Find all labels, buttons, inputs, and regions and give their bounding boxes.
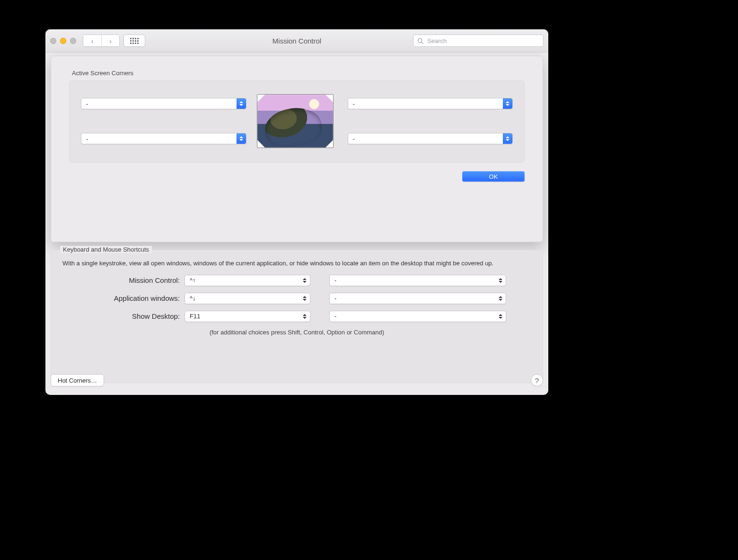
ok-button[interactable]: OK xyxy=(462,171,525,182)
grid-icon xyxy=(130,38,139,44)
forward-button[interactable]: › xyxy=(101,35,119,46)
shortcut-row: Application windows: ^↓ - xyxy=(62,293,531,304)
corner-bottom-right-select[interactable]: - xyxy=(348,133,513,144)
popup-arrows-icon xyxy=(237,133,246,144)
chevron-left-icon: ‹ xyxy=(91,37,94,45)
application-windows-keyboard-select[interactable]: ^↓ xyxy=(184,293,310,304)
shortcuts-box: With a single keystroke, view all open w… xyxy=(51,250,543,383)
stepper-arrows-icon xyxy=(497,293,504,304)
corner-indicator-br-icon xyxy=(325,140,333,148)
window-body: Active Screen Corners - - xyxy=(45,52,548,395)
popup-arrows-icon xyxy=(503,98,512,109)
corner-indicator-bl-icon xyxy=(257,140,265,148)
show-desktop-mouse-select[interactable]: - xyxy=(329,311,506,322)
stepper-arrows-icon xyxy=(497,311,504,322)
shortcut-label: Application windows: xyxy=(62,294,180,302)
mission-control-mouse-select[interactable]: - xyxy=(329,275,506,286)
window-controls xyxy=(50,38,76,44)
corner-top-left-value: - xyxy=(86,100,88,107)
corner-top-left-select[interactable]: - xyxy=(81,98,246,109)
desktop-thumbnail xyxy=(257,94,334,148)
corner-bottom-left-select[interactable]: - xyxy=(81,133,246,144)
chevron-right-icon: › xyxy=(109,37,112,45)
select-value: - xyxy=(334,313,336,320)
shortcuts-hint: (for additional choices press Shift, Con… xyxy=(62,329,531,336)
corner-indicator-tl-icon xyxy=(257,95,265,102)
select-value: ^↑ xyxy=(190,277,196,284)
hot-corners-button-label: Hot Corners… xyxy=(58,377,97,384)
question-mark-icon: ? xyxy=(535,376,539,385)
corner-indicator-tr-icon xyxy=(325,95,333,102)
shortcuts-group: Keyboard and Mouse Shortcuts With a sing… xyxy=(51,246,543,383)
zoom-window-button[interactable] xyxy=(70,38,76,44)
svg-line-1 xyxy=(422,42,423,43)
close-window-button[interactable] xyxy=(50,38,56,44)
toolbar: ‹ › Mission Control xyxy=(45,29,548,52)
search-field[interactable] xyxy=(413,35,544,47)
shortcuts-title: Keyboard and Mouse Shortcuts xyxy=(60,246,152,253)
hot-corners-button[interactable]: Hot Corners… xyxy=(51,374,104,386)
back-button[interactable]: ‹ xyxy=(83,35,101,46)
hot-corners-sheet: Active Screen Corners - - xyxy=(51,56,543,242)
show-all-button[interactable] xyxy=(123,35,145,47)
preferences-window: ‹ › Mission Control Active Screen Corner… xyxy=(45,29,548,395)
stepper-arrows-icon xyxy=(301,293,308,304)
footer-bar: Hot Corners… ? xyxy=(51,373,543,387)
select-value: F11 xyxy=(190,313,200,320)
shortcut-row: Mission Control: ^↑ - xyxy=(62,275,531,286)
select-value: - xyxy=(334,277,336,284)
hot-corners-title: Active Screen Corners xyxy=(72,70,525,77)
corner-bottom-right-value: - xyxy=(353,135,355,142)
stepper-arrows-icon xyxy=(497,275,504,286)
mission-control-keyboard-select[interactable]: ^↑ xyxy=(184,275,310,286)
stepper-arrows-icon xyxy=(301,275,308,286)
shortcut-label: Show Desktop: xyxy=(62,312,180,320)
search-input[interactable] xyxy=(426,37,539,45)
search-icon xyxy=(417,38,423,44)
show-desktop-keyboard-select[interactable]: F11 xyxy=(184,311,310,322)
corner-top-right-value: - xyxy=(353,100,355,107)
corner-top-right-select[interactable]: - xyxy=(348,98,513,109)
minimize-window-button[interactable] xyxy=(60,38,66,44)
select-value: - xyxy=(334,295,336,302)
popup-arrows-icon xyxy=(503,133,512,144)
help-button[interactable]: ? xyxy=(531,374,543,386)
stepper-arrows-icon xyxy=(301,311,308,322)
hot-corners-group: - - - xyxy=(69,80,525,163)
nav-back-forward: ‹ › xyxy=(83,35,120,47)
shortcuts-description: With a single keystroke, view all open w… xyxy=(62,259,531,268)
corner-bottom-left-value: - xyxy=(86,135,88,142)
popup-arrows-icon xyxy=(237,98,246,109)
select-value: ^↓ xyxy=(190,295,196,302)
shortcut-row: Show Desktop: F11 - xyxy=(62,311,531,322)
application-windows-mouse-select[interactable]: - xyxy=(329,293,506,304)
shortcut-label: Mission Control: xyxy=(62,276,180,284)
